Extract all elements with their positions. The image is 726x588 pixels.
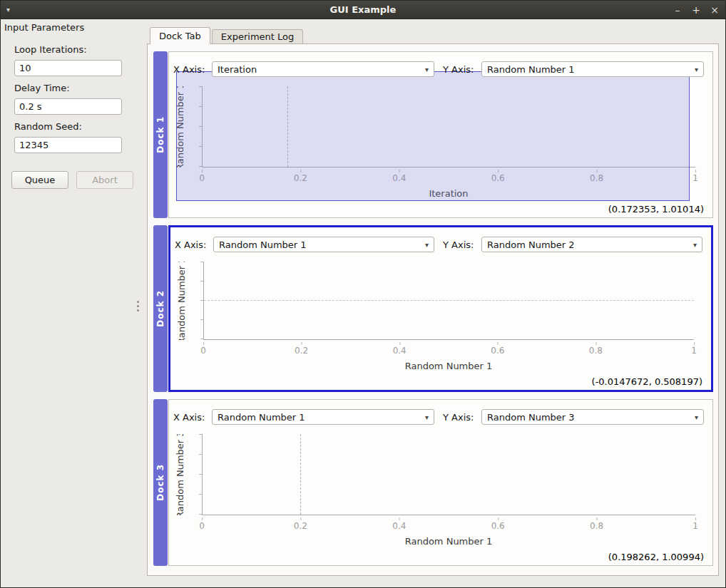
- dock-3: Dock 3 X Axis: Random Number 1 ▾ Y Axis:: [153, 399, 713, 566]
- dock-2-y-axis-select[interactable]: Random Number 2 ▾: [481, 237, 702, 252]
- input-parameters-panel: Input Parameters Loop Iterations: Delay …: [1, 19, 141, 587]
- crosshair-line: [300, 434, 301, 515]
- app-window: ▾ GUI Example – + × Input Parameters Loo…: [0, 0, 726, 588]
- selection-rectangle-overlay: [176, 71, 690, 201]
- chevron-down-icon: ▾: [695, 413, 698, 421]
- input-parameters-title: Input Parameters: [4, 22, 138, 33]
- crosshair-line: [204, 300, 694, 301]
- dock-3-plot-xlabel: Random Number 1: [202, 536, 695, 548]
- x-tick-label: 0.4: [393, 346, 407, 356]
- dock-1-axis-row: X Axis: Iteration ▾ Y Axis: Random Numbe…: [173, 61, 704, 78]
- dock-2-cursor-coords: (-0.0147672, 0.508197): [592, 376, 702, 387]
- dock-3-content: X Axis: Random Number 1 ▾ Y Axis: Random…: [168, 399, 713, 566]
- dock-3-cursor-coords: (0.198262, 1.00994): [608, 552, 704, 562]
- x-tick-label: 0.8: [589, 346, 603, 356]
- dock-1-cursor-coords: (0.172353, 1.01014): [608, 204, 704, 215]
- splitter-handle[interactable]: [136, 299, 140, 314]
- x-tick-label: 1: [692, 521, 698, 531]
- y-tick-marks: [199, 434, 202, 515]
- dock-1-title: Dock 1: [155, 116, 165, 153]
- x-tick-label: 0.2: [294, 521, 307, 531]
- random-seed-input[interactable]: [14, 137, 122, 153]
- dock-1-content: X Axis: Iteration ▾ Y Axis: Random Numbe…: [168, 51, 713, 218]
- x-tick-label: 1: [691, 346, 697, 356]
- dock-2-x-ticks: 0 0.2 0.4 0.6 0.8 1: [203, 346, 694, 357]
- dock-1-y-axis-label: Y Axis:: [443, 64, 481, 75]
- y-tick-marks: [200, 262, 203, 339]
- dock-3-plot-ylabel: Random Number 3: [173, 434, 186, 515]
- dock-3-plot[interactable]: Random Number 3 0 0.2 0.4 0.6: [169, 428, 712, 565]
- dock-2-y-axis-value: Random Number 2: [487, 239, 689, 250]
- dock-2-plot[interactable]: Random Number 2 0 0.2 0.4 0.6: [170, 256, 711, 390]
- x-tick-label: 0.2: [295, 346, 308, 356]
- window-title: GUI Example: [1, 4, 725, 15]
- dock-2-title: Dock 2: [155, 290, 165, 327]
- dock-2-plot-xlabel: Random Number 1: [203, 361, 694, 373]
- abort-button[interactable]: Abort: [76, 171, 133, 189]
- x-tick-label: 0.6: [491, 521, 505, 531]
- dock-2-x-axis-label: X Axis:: [175, 239, 213, 250]
- random-seed-label: Random Seed:: [14, 121, 138, 132]
- x-tick-label: 0.6: [491, 346, 504, 356]
- window-menu-icon[interactable]: ▾: [6, 6, 10, 14]
- close-button[interactable]: ×: [710, 5, 720, 15]
- dock-3-plot-canvas[interactable]: [202, 434, 695, 515]
- chevron-down-icon: ▾: [425, 241, 429, 249]
- dock-1-y-axis-value: Random Number 1: [487, 64, 690, 75]
- dock-3-x-axis-select[interactable]: Random Number 1 ▾: [212, 409, 434, 425]
- x-tick-label: 0.8: [590, 521, 603, 531]
- dock-3-y-axis-label: Y Axis:: [443, 412, 481, 423]
- dock-2-plot-canvas[interactable]: [203, 262, 694, 340]
- delay-time-label: Delay Time:: [14, 83, 138, 93]
- dock-1-titlebar[interactable]: Dock 1: [153, 51, 168, 218]
- chevron-down-icon: ▾: [693, 241, 697, 249]
- titlebar: ▾ GUI Example – + ×: [1, 1, 725, 19]
- loop-iterations-label: Loop Iterations:: [14, 44, 138, 55]
- tab-dock-tab[interactable]: Dock Tab: [150, 27, 210, 44]
- dock-3-x-axis-label: X Axis:: [173, 412, 212, 423]
- dock-1-x-axis-label: X Axis:: [173, 64, 212, 75]
- dock-2: Dock 2 X Axis: Random Number 1 ▾ Y Axis:: [153, 225, 713, 392]
- dock-tab-panel: Dock 1 X Axis: Iteration ▾ Y Axis:: [147, 43, 719, 576]
- delay-time-field: Delay Time:: [14, 83, 138, 115]
- chevron-down-icon: ▾: [695, 66, 698, 73]
- minimize-button[interactable]: –: [673, 5, 682, 15]
- window-controls: – + ×: [673, 5, 720, 15]
- x-tick-label: 0: [200, 346, 206, 356]
- dock-3-x-ticks: 0 0.2 0.4 0.6 0.8 1: [202, 521, 695, 532]
- queue-button[interactable]: Queue: [11, 171, 68, 189]
- dock-1-x-axis-select[interactable]: Iteration ▾: [212, 61, 434, 77]
- dock-3-axis-row: X Axis: Random Number 1 ▾ Y Axis: Random…: [173, 408, 704, 425]
- dock-2-x-axis-value: Random Number 1: [219, 239, 421, 250]
- chevron-down-icon: ▾: [425, 66, 429, 73]
- loop-iterations-field: Loop Iterations:: [14, 44, 138, 76]
- dock-area: Dock 1 X Axis: Iteration ▾ Y Axis:: [153, 51, 713, 566]
- dock-2-x-axis-select[interactable]: Random Number 1 ▾: [213, 237, 434, 252]
- dock-3-titlebar[interactable]: Dock 3: [153, 399, 168, 566]
- tab-experiment-log[interactable]: Experiment Log: [212, 29, 303, 43]
- dock-1-y-axis-select[interactable]: Random Number 1 ▾: [481, 61, 704, 77]
- dock-1: Dock 1 X Axis: Iteration ▾ Y Axis:: [153, 51, 713, 218]
- dock-1-x-axis-value: Iteration: [218, 64, 421, 75]
- loop-iterations-input[interactable]: [14, 60, 122, 76]
- dock-3-y-axis-select[interactable]: Random Number 3 ▾: [481, 409, 704, 425]
- dock-2-titlebar[interactable]: Dock 2: [153, 225, 168, 392]
- dock-3-y-axis-value: Random Number 3: [487, 412, 690, 423]
- x-tick-label: 0: [199, 521, 205, 531]
- maximize-button[interactable]: +: [691, 5, 701, 15]
- dock-2-axis-row: X Axis: Random Number 1 ▾ Y Axis: Random…: [175, 236, 702, 253]
- tab-bar: Dock Tab Experiment Log: [147, 26, 719, 43]
- chevron-down-icon: ▾: [425, 413, 429, 421]
- main-tab-widget: Dock Tab Experiment Log Dock 1 X Axis:: [147, 26, 719, 576]
- dock-2-y-axis-label: Y Axis:: [443, 239, 481, 250]
- action-buttons-row: Queue Abort: [11, 171, 138, 189]
- dock-3-title: Dock 3: [155, 464, 165, 501]
- dock-2-plot-ylabel: Random Number 2: [175, 262, 188, 340]
- window-body: Input Parameters Loop Iterations: Delay …: [1, 19, 725, 587]
- x-tick-label: 0.4: [392, 521, 406, 531]
- dock-2-content: X Axis: Random Number 1 ▾ Y Axis: Random…: [168, 225, 713, 392]
- dock-3-x-axis-value: Random Number 1: [218, 412, 421, 423]
- x-tick-label: 1: [692, 173, 698, 183]
- delay-time-input[interactable]: [14, 98, 122, 115]
- random-seed-field: Random Seed:: [14, 121, 138, 153]
